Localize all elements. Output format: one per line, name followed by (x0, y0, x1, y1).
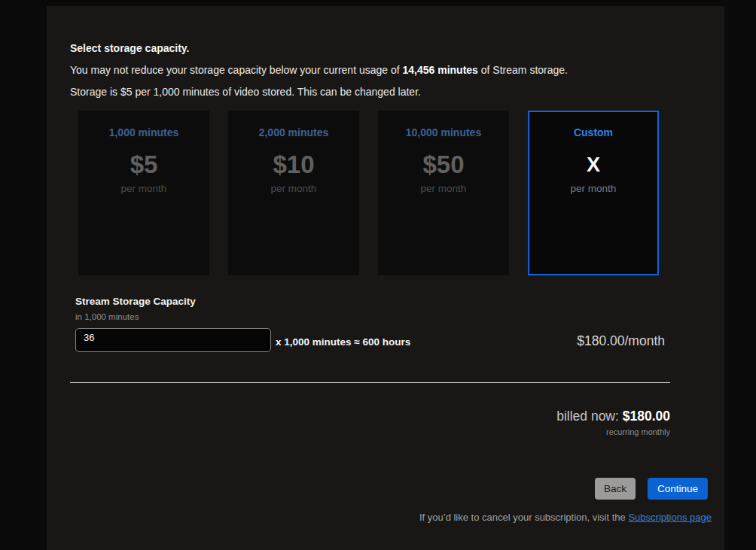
billed-now-label: billed now: (556, 409, 623, 424)
pricing-note-text: Storage is $5 per 1,000 minutes of video… (70, 84, 724, 99)
capacity-form-section: Stream Storage Capacity in 1,000 minutes… (47, 275, 724, 352)
tier-tile-10000-minutes[interactable]: 10,000 minutes $50 per month (378, 111, 509, 275)
tier-price: $5 (130, 150, 158, 179)
tier-period: per month (271, 183, 317, 194)
tier-tile-1000-minutes[interactable]: 1,000 minutes $5 per month (78, 111, 209, 275)
tier-title: 10,000 minutes (406, 126, 481, 139)
recurrence-note: recurring monthly (47, 427, 670, 436)
usage-warning-text: You may not reduce your storage capacity… (70, 62, 724, 77)
tier-period: per month (571, 183, 617, 194)
usage-warning-prefix: You may not reduce your storage capacity… (70, 64, 403, 76)
tier-title: Custom (574, 126, 613, 139)
usage-warning-suffix: of Stream storage. (478, 64, 568, 76)
cancel-subscription-text: If you’d like to cancel your subscriptio… (419, 512, 628, 523)
cancel-subscription-footer: If you’d like to cancel your subscriptio… (47, 512, 724, 523)
storage-capacity-panel: Select storage capacity. You may not red… (47, 6, 724, 550)
tier-period: per month (121, 183, 167, 194)
tier-title: 2,000 minutes (259, 126, 329, 139)
back-button[interactable]: Back (595, 478, 636, 500)
section-divider (70, 382, 670, 383)
billed-now-line: billed now: $180.00 (47, 408, 670, 424)
action-buttons-row: Back Continue (47, 478, 724, 500)
current-usage-value: 14,456 minutes (403, 64, 478, 76)
capacity-input-row: x 1,000 minutes ≈ 600 hours $180.00/mont… (75, 328, 724, 352)
subscriptions-page-link[interactable]: Subscriptions page (628, 512, 712, 523)
tier-price: $10 (273, 150, 314, 179)
billed-now-amount: $180.00 (623, 409, 670, 424)
tier-title: 1,000 minutes (109, 126, 179, 139)
tier-price: X (587, 150, 600, 179)
tier-tile-2000-minutes[interactable]: 2,000 minutes $10 per month (228, 111, 359, 275)
capacity-label: Stream Storage Capacity (75, 295, 724, 308)
monthly-price-text: $180.00/month (577, 333, 665, 349)
pricing-tiles: 1,000 minutes $5 per month 2,000 minutes… (78, 111, 724, 275)
capacity-unit-sublabel: in 1,000 minutes (75, 311, 724, 322)
billing-summary: billed now: $180.00 recurring monthly (47, 408, 724, 436)
page-title: Select storage capacity. (70, 41, 724, 56)
capacity-input[interactable] (75, 328, 271, 352)
intro-section: Select storage capacity. You may not red… (47, 6, 724, 99)
continue-button[interactable]: Continue (648, 478, 708, 500)
tier-price: $50 (422, 150, 464, 179)
conversion-text: x 1,000 minutes ≈ 600 hours (276, 336, 410, 348)
tier-period: per month (421, 183, 467, 194)
tier-tile-custom-selected[interactable]: Custom X per month (528, 111, 659, 275)
